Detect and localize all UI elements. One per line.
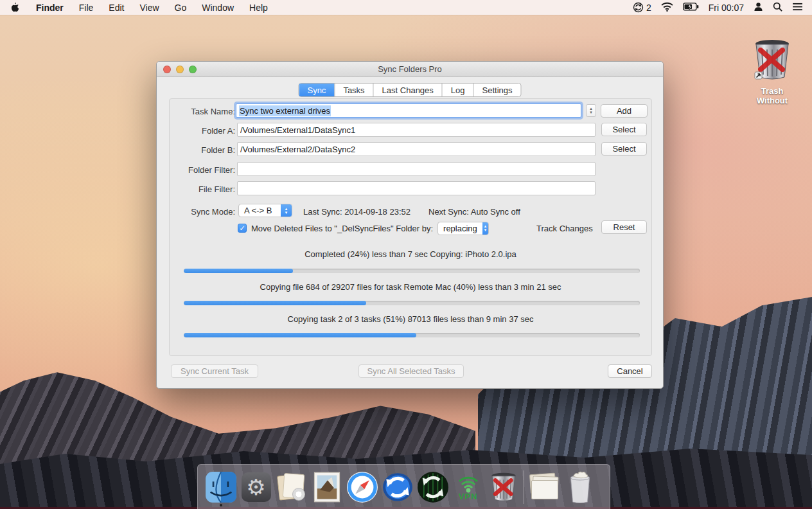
menu-clock[interactable]: Fri 00:07 [709, 3, 744, 13]
next-sync-text: Next Sync: Auto Sync off [428, 207, 520, 217]
tab-tasks[interactable]: Tasks [335, 84, 373, 96]
dock-mail[interactable] [309, 467, 344, 507]
window-title: Sync Folders Pro [378, 64, 442, 74]
folder-filter-label: Folder Filter: [173, 165, 235, 175]
menu-item-file[interactable]: File [71, 0, 102, 15]
task-name-label: Task Name: [173, 107, 235, 116]
finder-icon [205, 471, 237, 503]
desktop-trash-alias[interactable]: Trash Without [745, 37, 799, 105]
running-indicator [220, 504, 222, 506]
menu-item-help[interactable]: Help [242, 0, 276, 15]
trash-with-x-icon [751, 37, 793, 82]
spotlight-search-icon[interactable] [773, 2, 782, 13]
dock-finder[interactable] [203, 467, 238, 507]
safari-compass-icon [346, 471, 378, 503]
task-name-input[interactable]: Sync two external drives [236, 103, 581, 118]
progress-1-fill [184, 269, 293, 273]
progress-3-text: Copying task 2 of 3 tasks (51%) 87013 fi… [170, 314, 651, 324]
move-deleted-checkbox[interactable]: ✓ [238, 224, 247, 233]
progress-2-bar [184, 301, 640, 305]
dock: ⚙ [197, 464, 610, 509]
stepper-down-icon: ▾ [590, 111, 592, 114]
vpn-text: VPN [459, 493, 478, 501]
apple-menu[interactable] [0, 0, 28, 15]
add-task-button[interactable]: Add [601, 104, 648, 118]
dock-trash[interactable] [562, 467, 597, 507]
green-sync-icon [417, 471, 449, 503]
sync-status-menu-extra[interactable]: 2 [633, 2, 651, 13]
dock-vpn-app[interactable]: VPN [450, 467, 486, 507]
menu-bar: Finder File Edit View Go Window Help 2 [0, 0, 812, 15]
tab-sync[interactable]: Sync [299, 84, 335, 96]
dock-green-sync-app[interactable] [415, 467, 450, 507]
close-button[interactable] [163, 66, 171, 73]
progress-2-text: Copying file 684 of 29207 files for task… [170, 282, 651, 292]
move-deleted-mode-dropdown[interactable]: replacing ▴▾ [437, 222, 489, 235]
gear-icon: ⚙ [242, 472, 271, 502]
sync-mode-dropdown[interactable]: A <-> B ▴▾ [238, 204, 292, 217]
sync-mode-label: Sync Mode: [173, 207, 235, 217]
documents-icon [277, 472, 306, 502]
menu-item-edit[interactable]: Edit [101, 0, 132, 15]
last-sync-text: Last Sync: 2014-09-18 23:52 [303, 207, 410, 217]
folder-a-input[interactable] [237, 123, 596, 137]
wifi-menu-icon[interactable] [661, 2, 673, 13]
window-titlebar[interactable]: Sync Folders Pro [157, 62, 663, 77]
tab-log[interactable]: Log [443, 84, 474, 96]
progress-3-fill [184, 333, 416, 337]
menu-item-view[interactable]: View [132, 0, 166, 15]
folder-b-select-button[interactable]: Select [601, 142, 647, 156]
zoom-button[interactable] [189, 66, 197, 73]
trash-with-x-icon [488, 471, 520, 503]
dock-sync-folders-pro[interactable] [380, 467, 415, 507]
menu-item-finder[interactable]: Finder [28, 0, 71, 15]
progress-1-bar [184, 269, 640, 273]
dock-window-stack[interactable] [527, 467, 562, 507]
file-filter-input[interactable] [237, 181, 596, 195]
reset-button[interactable]: Reset [601, 220, 647, 234]
progress-2-fill [184, 301, 366, 305]
tab-bar: Sync Tasks Last Changes Log Settings [298, 83, 521, 97]
folder-b-label: Folder B: [173, 145, 235, 155]
dock-trash-without-app[interactable] [486, 467, 521, 507]
dock-safari[interactable] [344, 467, 380, 507]
user-menu-icon[interactable] [754, 2, 763, 13]
dock-documents-app[interactable] [274, 467, 309, 507]
blue-sync-icon [382, 471, 414, 503]
folder-a-label: Folder A: [173, 126, 235, 136]
task-name-stepper[interactable]: ▴▾ [586, 104, 596, 117]
file-filter-label: File Filter: [173, 184, 235, 194]
sync-task-count: 2 [646, 3, 651, 13]
dock-separator [524, 470, 524, 504]
menu-item-window[interactable]: Window [194, 0, 242, 15]
dropdown-arrows-icon: ▴▾ [281, 204, 292, 217]
tab-last-changes[interactable]: Last Changes [374, 84, 443, 96]
desktop: Finder File Edit View Go Window Help 2 [0, 0, 812, 509]
desktop-icon-label: Trash Without [745, 86, 799, 105]
cancel-button[interactable]: Cancel [608, 364, 652, 378]
task-name-selected-text: Sync two external drives [239, 105, 331, 116]
sync-folders-pro-window: Sync Folders Pro Sync Tasks Last Changes… [156, 61, 664, 389]
apple-logo-icon [10, 2, 19, 13]
trash-full-icon [564, 471, 596, 503]
vpn-icon: VPN [455, 474, 481, 501]
progress-1-text: Completed (24%) less than 7 sec Copying:… [170, 249, 651, 259]
tab-settings[interactable]: Settings [474, 84, 521, 96]
menu-item-go[interactable]: Go [167, 0, 195, 15]
dropdown-arrows-icon: ▴▾ [482, 222, 488, 235]
battery-menu-icon[interactable] [683, 3, 699, 13]
sync-current-task-button[interactable]: Sync Current Task [171, 364, 258, 378]
progress-3-bar [184, 333, 640, 337]
mail-stamp-icon [311, 471, 343, 503]
folder-b-input[interactable] [237, 142, 596, 156]
folder-a-select-button[interactable]: Select [601, 123, 647, 136]
notification-center-icon[interactable] [792, 3, 803, 13]
sync-panel: Task Name: Sync two external drives ▴▾ A… [169, 98, 652, 356]
folder-filter-input[interactable] [237, 162, 596, 176]
move-deleted-mode-value: replacing [438, 224, 482, 233]
sync-circle-icon [633, 2, 644, 13]
track-changes-label: Track Changes [536, 224, 593, 233]
dock-system-preferences[interactable]: ⚙ [238, 467, 274, 507]
sync-all-selected-tasks-button[interactable]: Sync All Selected Tasks [358, 364, 464, 378]
minimize-button[interactable] [176, 66, 184, 73]
